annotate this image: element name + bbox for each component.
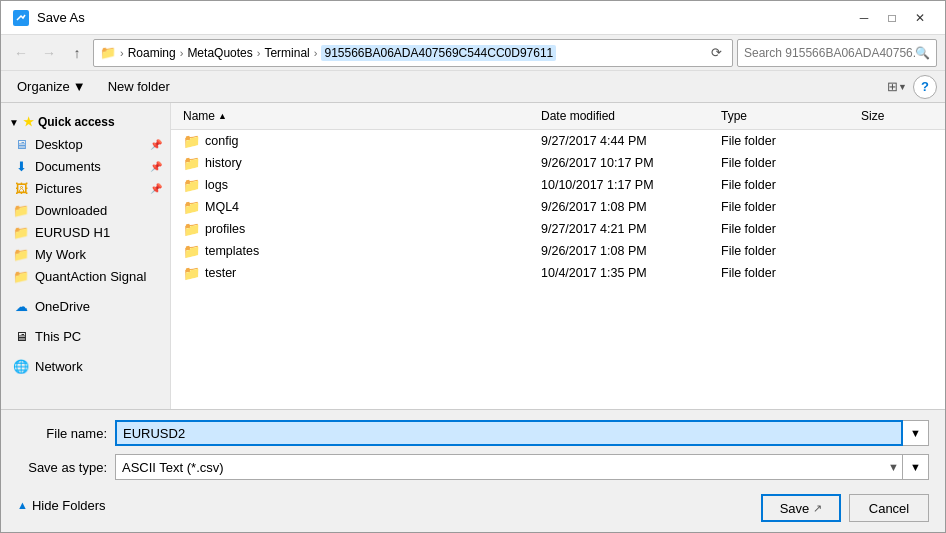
pc-icon: 🖥 [13,328,29,344]
filename-input[interactable] [115,420,903,446]
table-row[interactable]: 📁 MQL4 9/26/2017 1:08 PM File folder [171,196,945,218]
minimize-button[interactable]: ─ [851,8,877,28]
save-button[interactable]: Save ↗ [761,494,841,522]
sidebar-item-thispc[interactable]: 🖥 This PC [1,325,170,347]
new-folder-button[interactable]: New folder [100,77,178,96]
file-size-cell [857,182,937,188]
savetype-select[interactable]: ASCII Text (*.csv) [115,454,903,480]
savetype-select-wrapper[interactable]: ASCII Text (*.csv) ▼ [115,454,903,480]
sidebar-item-downloaded[interactable]: 📁 Downloaded [1,199,170,221]
address-toolbar: ← → ↑ 📁 › Roaming › MetaQuotes › Termina… [1,35,945,71]
back-button[interactable]: ← [9,41,33,65]
file-date-cell: 10/4/2017 1:35 PM [537,263,717,283]
sidebar-item-label: Downloaded [35,203,107,218]
file-type-cell: File folder [717,175,857,195]
table-row[interactable]: 📁 config 9/27/2017 4:44 PM File folder [171,130,945,152]
sidebar-item-label: This PC [35,329,81,344]
savetype-row: Save as type: ASCII Text (*.csv) ▼ ▼ [17,454,929,480]
breadcrumb-terminal[interactable]: Terminal [264,46,309,60]
organize-button[interactable]: Organize ▼ [9,77,94,96]
folder-icon: 📁 [183,243,200,259]
button-row: Save ↗ Cancel [761,494,929,522]
file-name-cell: 📁 MQL4 [179,196,537,218]
file-date-cell: 9/27/2017 4:21 PM [537,219,717,239]
help-button[interactable]: ? [913,75,937,99]
address-refresh-button[interactable]: ⟳ [706,43,726,63]
sidebar-item-desktop[interactable]: 🖥 Desktop 📌 [1,133,170,155]
view-button[interactable]: ⊞▼ [885,75,909,99]
col-header-date[interactable]: Date modified [537,105,717,127]
file-type-cell: File folder [717,153,857,173]
breadcrumb-terminal-id[interactable]: 915566BA06ADA407569C544CC0D97611 [321,45,556,61]
savetype-label: Save as type: [17,460,107,475]
file-type-cell: File folder [717,131,857,151]
folder-icon: 📁 [183,221,200,237]
hide-folders-arrow: ▲ [17,499,28,511]
up-button[interactable]: ↑ [65,41,89,65]
dialog-icon [13,10,29,26]
sidebar-item-quantaction[interactable]: 📁 QuantAction Signal [1,265,170,287]
breadcrumb-folder-icon: 📁 [100,45,116,60]
organize-toolbar: Organize ▼ New folder ⊞▼ ? [1,71,945,103]
sidebar-item-pictures[interactable]: 🖼 Pictures 📌 [1,177,170,199]
sidebar-item-label: Network [35,359,83,374]
pin-icon: 📌 [150,161,162,172]
table-row[interactable]: 📁 templates 9/26/2017 1:08 PM File folde… [171,240,945,262]
search-input[interactable] [744,46,915,60]
table-row[interactable]: 📁 tester 10/4/2017 1:35 PM File folder [171,262,945,284]
sidebar-item-label: OneDrive [35,299,90,314]
file-size-cell [857,204,937,210]
quick-access-label: Quick access [38,115,115,129]
quick-access-arrow: ▼ [9,117,19,128]
file-name-cell: 📁 logs [179,174,537,196]
file-size-cell [857,160,937,166]
file-date-cell: 9/26/2017 1:08 PM [537,197,717,217]
sidebar-item-network[interactable]: 🌐 Network [1,355,170,377]
sidebar-item-documents[interactable]: ⬇ Documents 📌 [1,155,170,177]
forward-button[interactable]: → [37,41,61,65]
hide-folders-row[interactable]: ▲ Hide Folders [17,494,106,517]
file-type-cell: File folder [717,219,857,239]
folder-icon: 📁 [13,224,29,240]
cancel-button[interactable]: Cancel [849,494,929,522]
breadcrumb-metaquotes[interactable]: MetaQuotes [187,46,252,60]
address-bar[interactable]: 📁 › Roaming › MetaQuotes › Terminal › 91… [93,39,733,67]
sidebar-item-mywork[interactable]: 📁 My Work [1,243,170,265]
filename-dropdown-button[interactable]: ▼ [903,420,929,446]
hide-folders-label: Hide Folders [32,498,106,513]
file-name-cell: 📁 config [179,130,537,152]
breadcrumb: 📁 › Roaming › MetaQuotes › Terminal › 91… [100,45,706,61]
table-row[interactable]: 📁 profiles 9/27/2017 4:21 PM File folder [171,218,945,240]
file-date-cell: 9/27/2017 4:44 PM [537,131,717,151]
title-bar: Save As ─ □ ✕ [1,1,945,35]
table-row[interactable]: 📁 history 9/26/2017 10:17 PM File folder [171,152,945,174]
filename-label: File name: [17,426,107,441]
bottom-area: File name: ▼ Save as type: ASCII Text (*… [1,409,945,532]
filename-row: File name: ▼ [17,420,929,446]
col-header-type[interactable]: Type [717,105,857,127]
maximize-button[interactable]: □ [879,8,905,28]
breadcrumb-roaming[interactable]: Roaming [128,46,176,60]
folder-icon: 📁 [183,199,200,215]
sidebar-item-onedrive[interactable]: ☁ OneDrive [1,295,170,317]
sidebar: ▼ ★ Quick access 🖥 Desktop 📌 ⬇ Documents… [1,103,171,409]
file-name-cell: 📁 profiles [179,218,537,240]
savetype-dropdown-button[interactable]: ▼ [903,454,929,480]
folder-icon: 📁 [13,268,29,284]
sidebar-item-label: Desktop [35,137,83,152]
table-row[interactable]: 📁 logs 10/10/2017 1:17 PM File folder [171,174,945,196]
cursor-indicator: ↗ [813,502,822,515]
file-name-cell: 📁 templates [179,240,537,262]
folder-icon: 📁 [13,202,29,218]
svg-rect-0 [15,12,27,24]
col-header-size[interactable]: Size [857,105,937,127]
file-size-cell [857,248,937,254]
sidebar-item-label: My Work [35,247,86,262]
search-bar[interactable]: 🔍 [737,39,937,67]
close-button[interactable]: ✕ [907,8,933,28]
sidebar-item-eurusd[interactable]: 📁 EURUSD H1 [1,221,170,243]
file-date-cell: 9/26/2017 10:17 PM [537,153,717,173]
col-header-name[interactable]: Name ▲ [179,105,537,127]
pin-icon: 📌 [150,139,162,150]
file-type-cell: File folder [717,197,857,217]
